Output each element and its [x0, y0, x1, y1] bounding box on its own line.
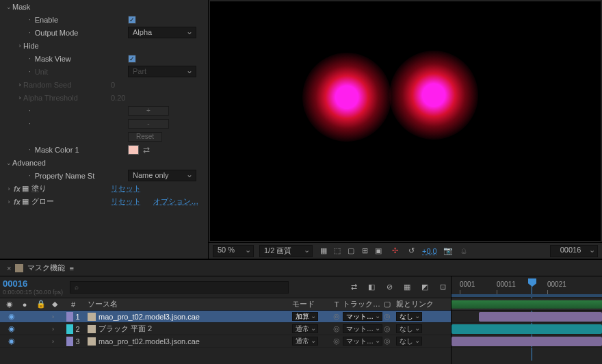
glow-options-link[interactable]: オプション…	[153, 196, 198, 207]
pickwhip-icon[interactable]: ◎	[384, 324, 391, 333]
preserve-transparency-icon[interactable]: ◎	[333, 324, 340, 333]
camera-icon[interactable]: 📷	[443, 246, 454, 257]
zoom-dropdown[interactable]: 50 %	[213, 245, 254, 257]
layer-label-chip[interactable]	[66, 324, 73, 334]
chevron-right-icon[interactable]: ›	[5, 185, 12, 192]
layer-row[interactable]: ◉›2ブラック 平面 2通常◎マット…◎なし	[0, 323, 451, 335]
layer-bar[interactable]	[479, 312, 602, 322]
prop-mask-color: ·Mask Color 1 ⇄	[0, 143, 208, 156]
enable-checkbox[interactable]: ✓	[128, 16, 136, 24]
eye-header-icon[interactable]: ◉	[6, 300, 13, 309]
gear-icon[interactable]: ▦	[22, 184, 29, 193]
chevron-right-icon[interactable]: ›	[52, 338, 54, 345]
timeline-tab[interactable]: × マスク機能 ≡	[1, 260, 79, 276]
layer-name: mao_pro_t02.model3.json.cae	[99, 313, 200, 321]
eye-icon[interactable]: ◉	[8, 337, 15, 346]
color-mgmt-icon[interactable]: ✣	[389, 246, 400, 257]
reset-exposure-icon[interactable]: ↺	[406, 246, 417, 257]
mask-view-checkbox[interactable]: ✓	[128, 55, 136, 63]
mode-dropdown[interactable]: 通常	[292, 337, 318, 346]
solo-header-icon[interactable]: ●	[23, 300, 27, 309]
glow-reset-link[interactable]: リセット	[111, 196, 141, 207]
composition-view: 50 % 1/2 画質 ▦ ⬚ ▢ ⊞ ▣ ✣ ↺ +0.0 📷 🕭 00016	[209, 0, 602, 259]
shy-toggle-icon[interactable]: ⇄	[348, 282, 359, 293]
group-mask[interactable]: ⌄ Mask	[0, 0, 208, 13]
parent-dropdown[interactable]: なし	[396, 337, 422, 346]
graph-icon[interactable]: ◧	[366, 282, 377, 293]
time-ruler[interactable]: 0001 00011 00021	[452, 276, 602, 298]
hide-label: Hide	[23, 42, 39, 50]
chevron-right-icon[interactable]: ›	[52, 313, 54, 320]
pickwhip-icon[interactable]: ◎	[384, 312, 391, 320]
track-matte-dropdown[interactable]: マット…	[343, 312, 382, 321]
frame-display[interactable]: 00016	[550, 245, 598, 257]
guide-icon[interactable]: ⊞	[359, 246, 370, 257]
parent-dropdown[interactable]: なし	[396, 312, 422, 321]
shy-col-icon[interactable]: ▢	[384, 300, 396, 309]
chevron-right-icon[interactable]: ›	[16, 42, 23, 49]
glow-label: グロー	[31, 196, 54, 207]
group-advanced[interactable]: ⌄ Advanced	[0, 156, 208, 169]
effect-glow[interactable]: › fx ▦ グロー リセット オプション…	[0, 195, 208, 208]
track-row[interactable]	[452, 311, 602, 323]
exposure-value[interactable]: +0.0	[422, 247, 437, 255]
switches-icon[interactable]: ⊡	[437, 282, 448, 293]
region-icon[interactable]: ▢	[345, 246, 356, 257]
layer-search-input[interactable]: ⌕	[70, 281, 289, 294]
output-mode-dropdown[interactable]: Alpha	[128, 27, 196, 38]
plus-button: +	[128, 106, 169, 116]
layer-name: mao_pro_t02.model3.json.cae	[99, 337, 200, 346]
timecode-display[interactable]: 00016	[3, 278, 63, 289]
track-matte-dropdown[interactable]: マット…	[343, 337, 382, 346]
preserve-transparency-icon[interactable]: ◎	[333, 312, 340, 320]
playhead-icon[interactable]	[528, 278, 536, 287]
layer-bar[interactable]	[452, 324, 602, 334]
viewport[interactable]	[210, 1, 601, 241]
frame-blend-icon[interactable]: ▦	[402, 282, 413, 293]
chevron-right-icon[interactable]: ›	[52, 326, 54, 333]
pickwhip-icon[interactable]: ◎	[384, 337, 391, 345]
preserve-transparency-icon[interactable]: ◎	[333, 337, 340, 345]
resolution-dropdown[interactable]: 1/2 画質	[259, 245, 313, 257]
fill-reset-link[interactable]: リセット	[111, 183, 141, 194]
track-row[interactable]	[452, 323, 602, 335]
snapshot-icon: 🕭	[459, 246, 470, 257]
work-area-bar[interactable]	[452, 294, 602, 297]
layer-row[interactable]: ◉›1mao_pro_t02.model3.json.cae加算◎マット…◎なし	[0, 311, 451, 323]
effect-fill[interactable]: › fx ▦ 塗り リセット	[0, 182, 208, 195]
safe-zone-icon[interactable]: ▣	[373, 246, 384, 257]
prop-enable: ·Enable ✓	[0, 13, 208, 26]
chevron-down-icon[interactable]: ⌄	[5, 159, 12, 166]
group-mask-label: Mask	[12, 3, 30, 11]
transparency-grid-icon[interactable]: ▦	[318, 246, 329, 257]
lock-header-icon[interactable]: 🔒	[36, 300, 46, 309]
timeline-panel: × マスク機能 ≡ 00016 0:00:00:15 (30.00 fps) ⌕…	[0, 259, 602, 364]
layer-bar[interactable]	[452, 337, 602, 346]
layer-name: ブラック 平面 2	[99, 324, 152, 334]
track-header	[452, 298, 602, 311]
prop-name-dropdown[interactable]: Name only	[128, 170, 196, 181]
mask-toggle-icon[interactable]: ⬚	[332, 246, 343, 257]
layer-label-chip[interactable]	[66, 337, 73, 346]
eye-icon[interactable]: ◉	[8, 312, 15, 321]
prop-hide[interactable]: › Hide	[0, 39, 208, 52]
motion-blur-icon[interactable]: ⊘	[384, 282, 395, 293]
chevron-right-icon[interactable]: ›	[5, 198, 12, 205]
gear-icon[interactable]: ▦	[22, 197, 29, 206]
eye-icon[interactable]: ◉	[8, 324, 15, 333]
layer-label-chip[interactable]	[66, 312, 73, 322]
label-header-icon[interactable]: ◆	[52, 300, 62, 309]
track-row[interactable]	[452, 335, 602, 348]
eyedropper-icon[interactable]: ⇄	[143, 145, 150, 155]
mode-dropdown[interactable]: 加算	[292, 312, 318, 321]
track-matte-dropdown[interactable]: マット…	[343, 324, 382, 333]
layer-row[interactable]: ◉›3mao_pro_t02.model3.json.cae通常◎マット…◎なし	[0, 335, 451, 348]
mode-dropdown[interactable]: 通常	[292, 324, 318, 333]
chevron-down-icon[interactable]: ⌄	[5, 3, 12, 10]
col-source[interactable]: ソース名	[85, 299, 292, 309]
close-icon[interactable]: ×	[7, 264, 11, 272]
parent-dropdown[interactable]: なし	[396, 324, 422, 333]
panel-menu-icon[interactable]: ≡	[69, 264, 73, 272]
mask-color-swatch[interactable]	[128, 145, 139, 155]
draft3d-icon[interactable]: ◩	[419, 282, 430, 293]
